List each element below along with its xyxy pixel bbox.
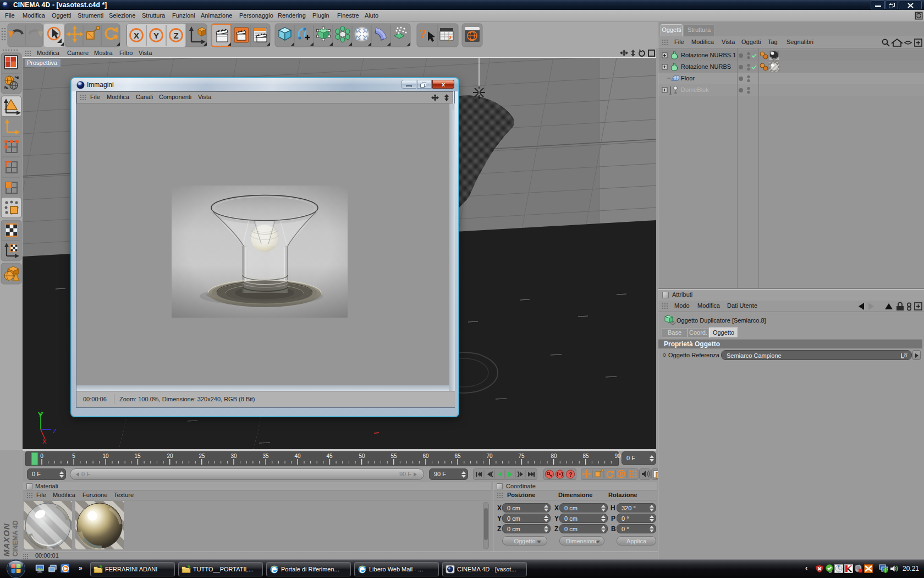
svg-text:?: ?	[447, 34, 452, 44]
svg-text:Y: Y	[38, 411, 42, 418]
svg-text:X: X	[134, 31, 139, 40]
svg-text:Z: Z	[173, 31, 178, 40]
svg-text:0: 0	[904, 353, 907, 358]
svg-text:Z: Z	[53, 428, 57, 434]
svg-text:?: ?	[420, 26, 426, 41]
svg-text:CINEMA 4D: CINEMA 4D	[12, 520, 19, 557]
svg-text:X: X	[42, 438, 47, 445]
svg-text:MAXON: MAXON	[2, 523, 11, 557]
svg-text:?: ?	[569, 471, 573, 478]
svg-text:Y: Y	[153, 31, 159, 40]
svg-text:P: P	[620, 471, 624, 477]
